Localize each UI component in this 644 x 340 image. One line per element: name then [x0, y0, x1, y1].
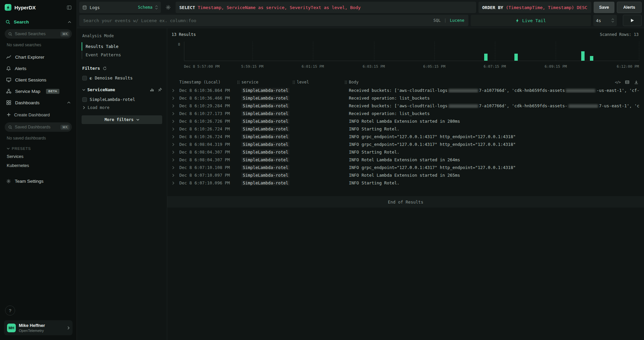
expand-row-icon[interactable] — [171, 158, 179, 162]
table-row[interactable]: Dec 8 6:08:04.307 PMSimpleLambda-rotelIN… — [171, 156, 640, 164]
saved-dashboards-input[interactable] — [15, 125, 58, 129]
chevron-up-icon[interactable] — [67, 102, 71, 104]
facet-value-row[interactable]: SimpleLambda-rotel — [82, 97, 162, 102]
expand-row-icon[interactable] — [171, 166, 179, 169]
cell-service: SimpleLambda-rotel — [237, 173, 292, 178]
mode-results-table[interactable]: Results Table — [82, 42, 162, 51]
sidebar-item-service-map[interactable]: Service Map BETA — [4, 86, 73, 97]
column-header-service[interactable]: service — [237, 80, 292, 84]
table-row[interactable]: Dec 8 6:08:04.307 PMSimpleLambda-rotelIN… — [171, 148, 640, 156]
histogram-plot-area[interactable] — [184, 42, 639, 61]
cell-body: INFO Starting Rotel. — [344, 180, 640, 185]
cell-body: Received buckets: ['aws-cloudtrail-logs7… — [344, 103, 640, 108]
table-settings-icon[interactable] — [625, 80, 630, 84]
table-row[interactable]: Dec 8 6:07:10.096 PMSimpleLambda-rotelIN… — [171, 179, 640, 187]
chevron-down-icon — [82, 89, 85, 91]
event-search-box[interactable]: SQL | Lucene — [79, 15, 468, 26]
presets-section-header[interactable]: PRESETS — [4, 145, 73, 152]
more-filters-button[interactable]: More filters — [82, 115, 162, 124]
stepper-chevrons-icon[interactable] — [611, 18, 614, 22]
table-row[interactable]: Dec 8 6:10:36.864 PMSimpleLambda-rotelRe… — [171, 87, 640, 94]
denoise-results-option[interactable]: ◐ Denoise Results — [82, 75, 162, 80]
expand-row-icon[interactable] — [171, 181, 179, 185]
sidebar-item-search[interactable]: Search — [4, 18, 73, 26]
sidebar-item-team-settings[interactable]: Team Settings — [4, 175, 73, 187]
cell-body: INFO Rotel Lambda Extension started in 2… — [344, 173, 640, 178]
redacted-text — [568, 104, 598, 108]
table-row[interactable]: Dec 8 6:10:36.466 PMSimpleLambda-rotelRe… — [171, 94, 640, 102]
column-header-level[interactable]: level — [292, 80, 344, 84]
source-select[interactable]: Logs Schema — [79, 2, 161, 13]
table-header: Timestamp (Local) service level Body — [171, 78, 640, 87]
facet-chart-icon[interactable] — [150, 88, 154, 92]
preset-item-services[interactable]: Services — [4, 152, 73, 161]
event-search-input[interactable] — [83, 18, 430, 23]
drag-handle-icon[interactable] — [344, 80, 347, 84]
y-axis-tick-label: 8 — [178, 42, 180, 47]
language-toggle-sql[interactable]: SQL — [433, 18, 441, 23]
sidebar-collapse-icon[interactable] — [66, 5, 72, 10]
saved-searches-input[interactable] — [15, 32, 58, 36]
sidebar-item-chart-explorer[interactable]: Chart Explorer — [4, 51, 73, 63]
table-row[interactable]: Dec 8 6:10:26.724 PMSimpleLambda-rotelIN… — [171, 125, 640, 133]
expand-row-icon[interactable] — [171, 151, 179, 154]
table-row[interactable]: Dec 8 6:10:29.284 PMSimpleLambda-rotelRe… — [171, 102, 640, 110]
alerts-button[interactable]: Alerts — [617, 2, 642, 13]
source-settings-button[interactable] — [163, 2, 173, 13]
save-button[interactable]: Save — [594, 2, 614, 13]
create-dashboard-button[interactable]: Create Dashboard — [4, 110, 73, 120]
saved-dashboards-search[interactable]: ⌘K — [5, 122, 72, 132]
table-row[interactable]: Dec 8 6:08:04.319 PMSimpleLambda-rotelIN… — [171, 140, 640, 148]
drag-handle-icon[interactable] — [292, 80, 295, 84]
download-icon[interactable] — [634, 80, 639, 84]
table-row[interactable]: Dec 8 6:10:26.724 PMSimpleLambda-rotelIN… — [171, 133, 640, 140]
refresh-icon[interactable] — [103, 66, 107, 70]
chevron-up-icon[interactable] — [68, 21, 71, 23]
table-row[interactable]: Dec 8 6:07:10.097 PMSimpleLambda-rotelIN… — [171, 171, 640, 179]
expand-row-icon[interactable] — [171, 120, 179, 123]
expand-row-icon[interactable] — [171, 174, 179, 177]
denoise-checkbox[interactable] — [82, 76, 87, 80]
live-tail-button[interactable]: Live Tail — [471, 15, 591, 26]
language-toggle-lucene[interactable]: Lucene — [450, 18, 464, 23]
query-toolbar: Logs Schema SELECT Timestamp, ServiceNam… — [77, 0, 644, 28]
expand-row-icon[interactable] — [171, 135, 179, 138]
help-button[interactable]: ? — [5, 305, 15, 316]
pin-icon[interactable] — [158, 88, 162, 92]
table-row[interactable]: Dec 8 6:10:27.173 PMSimpleLambda-rotelRe… — [171, 110, 640, 117]
refresh-interval-stepper[interactable]: 4s — [593, 15, 617, 26]
run-query-button[interactable] — [623, 15, 642, 26]
end-of-results: End of Results — [167, 196, 644, 208]
load-more-button[interactable]: Load more — [82, 105, 162, 110]
column-header-timestamp[interactable]: Timestamp (Local) — [179, 80, 237, 84]
expand-row-icon[interactable] — [171, 104, 179, 108]
expand-row-icon[interactable] — [171, 89, 179, 92]
chart-gridline — [374, 42, 374, 61]
table-row[interactable]: Dec 8 6:07:10.108 PMSimpleLambda-rotelIN… — [171, 164, 640, 171]
preset-item-kubernetes[interactable]: Kubernetes — [4, 161, 73, 170]
facet-value-checkbox[interactable] — [82, 97, 87, 102]
sidebar-item-client-sessions[interactable]: Client Sessions — [4, 74, 73, 86]
expand-row-icon[interactable] — [171, 97, 179, 100]
drag-handle-icon[interactable] — [237, 80, 240, 84]
orderby-clause-input[interactable]: ORDER BY (TimestampTime, Timestamp) DESC — [478, 2, 591, 13]
x-axis-tick-label: 6:07:15 PM — [484, 64, 506, 69]
expand-row-icon[interactable] — [171, 143, 179, 146]
sidebar-item-alerts[interactable]: Alerts — [4, 63, 73, 74]
user-menu[interactable]: MH Mike Heffner OpenTelemetry — [4, 320, 73, 335]
expand-row-icon[interactable] — [171, 127, 179, 131]
code-view-icon[interactable]: </> — [615, 80, 620, 84]
no-saved-searches-text: No saved searches — [5, 43, 73, 47]
user-name: Mike Heffner — [19, 323, 45, 329]
saved-searches-search[interactable]: ⌘K — [5, 29, 72, 39]
column-header-body[interactable]: Body — [344, 80, 640, 84]
facet-servicename[interactable]: ServiceName — [82, 87, 162, 92]
sidebar-item-dashboards[interactable]: Dashboards — [4, 97, 73, 108]
expand-row-icon[interactable] — [171, 112, 179, 115]
cell-timestamp: Dec 8 6:10:29.284 PM — [179, 103, 237, 108]
select-chevrons-icon — [155, 5, 158, 9]
table-row[interactable]: Dec 8 6:10:26.726 PMSimpleLambda-rotelIN… — [171, 117, 640, 125]
cell-service: SimpleLambda-rotel — [237, 111, 292, 116]
mode-event-patterns[interactable]: Event Patterns — [82, 51, 162, 59]
select-clause-input[interactable]: SELECT Timestamp, ServiceName as service… — [176, 2, 476, 13]
